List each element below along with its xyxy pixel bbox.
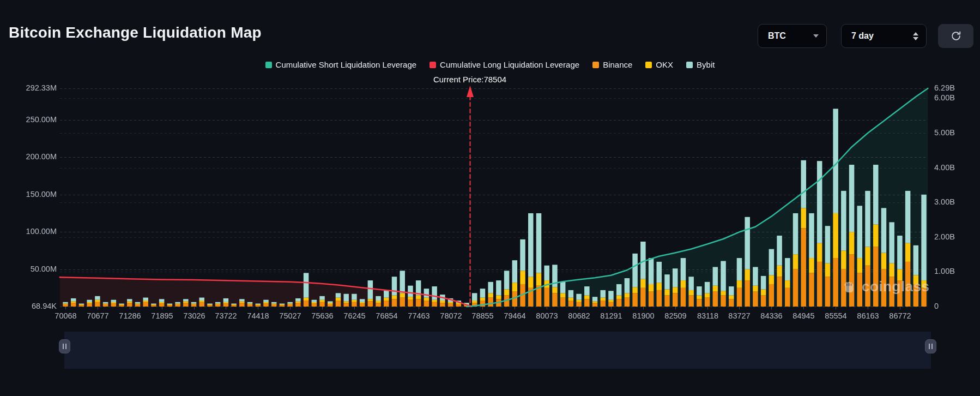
refresh-button[interactable] bbox=[938, 24, 973, 48]
legend-label: Bybit bbox=[697, 60, 715, 69]
legend-swatch-bybit bbox=[686, 62, 693, 68]
pause-icon bbox=[63, 344, 64, 349]
legend-item-bybit[interactable]: Bybit bbox=[686, 60, 715, 69]
legend-label: Cumulative Long Liquidation Leverage bbox=[440, 60, 579, 69]
liquidation-map-page: Bitcoin Exchange Liquidation Map BTC 7 d… bbox=[0, 0, 980, 396]
period-select-value: 7 day bbox=[851, 31, 874, 41]
chart-legend: Cumulative Short Liquidation Leverage Cu… bbox=[0, 60, 980, 69]
caret-down-icon bbox=[813, 34, 819, 38]
page-title: Bitcoin Exchange Liquidation Map bbox=[9, 24, 262, 41]
legend-swatch-okx bbox=[645, 62, 652, 68]
current-price-label: Current Price:78504 bbox=[433, 75, 506, 84]
navigator-right-handle[interactable] bbox=[925, 339, 936, 353]
legend-item-okx[interactable]: OKX bbox=[645, 60, 673, 69]
legend-label: OKX bbox=[656, 60, 673, 69]
pause-icon bbox=[929, 344, 930, 349]
period-select[interactable]: 7 day bbox=[841, 24, 927, 48]
refresh-icon bbox=[950, 30, 962, 42]
pause-icon bbox=[65, 344, 66, 349]
legend-swatch-short bbox=[265, 62, 272, 68]
legend-label: Cumulative Short Liquidation Leverage bbox=[276, 60, 417, 69]
legend-item-short[interactable]: Cumulative Short Liquidation Leverage bbox=[265, 60, 417, 69]
symbol-select-value: BTC bbox=[768, 31, 786, 41]
up-down-spinner-icon bbox=[913, 32, 918, 40]
legend-swatch-binance bbox=[592, 62, 599, 68]
symbol-select[interactable]: BTC bbox=[758, 24, 827, 48]
legend-label: Binance bbox=[603, 60, 632, 69]
legend-item-binance[interactable]: Binance bbox=[592, 60, 632, 69]
legend-swatch-long bbox=[429, 62, 436, 68]
navigator-scrollbar[interactable] bbox=[64, 332, 931, 369]
navigator-left-handle[interactable] bbox=[59, 339, 70, 353]
pause-icon bbox=[931, 344, 933, 349]
legend-item-long[interactable]: Cumulative Long Liquidation Leverage bbox=[429, 60, 579, 69]
